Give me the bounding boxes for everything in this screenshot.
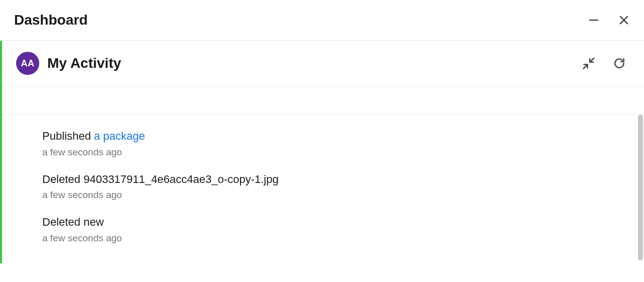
collapse-icon	[582, 56, 596, 70]
activity-item: Deleted new a few seconds ago	[42, 215, 604, 244]
panel-title-group: AA My Activity	[16, 52, 121, 75]
avatar: AA	[16, 52, 39, 75]
activity-prefix: Published	[42, 130, 94, 142]
collapse-button[interactable]	[582, 56, 596, 70]
panel-controls	[582, 56, 626, 70]
activity-item: Published a package a few seconds ago	[42, 129, 604, 158]
activity-text: Deleted 9403317911_4e6acc4ae3_o-copy-1.j…	[42, 172, 604, 187]
activity-time: a few seconds ago	[42, 190, 604, 201]
activity-prefix: Deleted new	[42, 216, 104, 228]
activity-prefix: Deleted 9403317911_4e6acc4ae3_o-copy-1.j…	[42, 173, 279, 185]
dashboard-header: Dashboard	[0, 0, 644, 41]
minimize-button[interactable]	[588, 14, 600, 26]
activity-link[interactable]: a package	[94, 130, 145, 142]
activity-time: a few seconds ago	[42, 147, 604, 158]
activity-text: Published a package	[42, 129, 604, 144]
close-icon	[618, 14, 630, 26]
scrollbar-thumb[interactable]	[638, 115, 643, 260]
activity-item: Deleted 9403317911_4e6acc4ae3_o-copy-1.j…	[42, 172, 604, 201]
panel-spacer	[2, 86, 644, 115]
header-controls	[588, 14, 630, 26]
activity-time: a few seconds ago	[42, 233, 604, 244]
panel-header: AA My Activity	[2, 41, 644, 86]
panel-title: My Activity	[47, 55, 121, 71]
refresh-icon	[613, 57, 626, 70]
close-button[interactable]	[618, 14, 630, 26]
panel-body: Published a package a few seconds ago De…	[2, 86, 644, 263]
activity-panel: AA My Activity	[0, 41, 644, 263]
activity-list: Published a package a few seconds ago De…	[2, 115, 644, 264]
minimize-icon	[588, 14, 600, 26]
page-title: Dashboard	[14, 12, 88, 28]
activity-text: Deleted new	[42, 215, 604, 230]
refresh-button[interactable]	[613, 57, 626, 70]
